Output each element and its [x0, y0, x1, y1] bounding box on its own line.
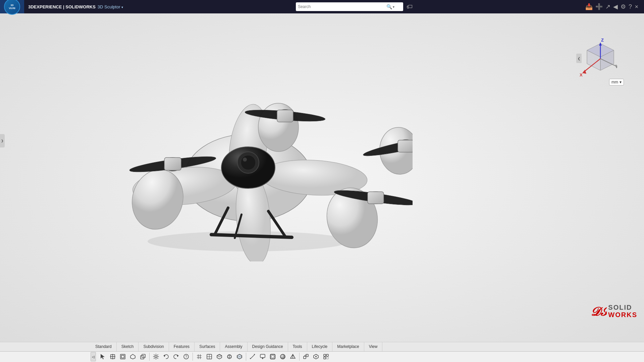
toolbar-scale-btn[interactable] [128, 352, 138, 361]
search-icon[interactable]: 🔍 [386, 4, 392, 9]
tab-standard[interactable]: Standard [91, 342, 117, 351]
tab-design-guidance[interactable]: Design Guidance [248, 342, 288, 351]
toolbar-materials-btn[interactable] [278, 352, 287, 361]
toolbar-help-btn[interactable]: ? [181, 352, 191, 361]
svg-rect-27 [277, 110, 293, 122]
tab-features[interactable]: Features [169, 342, 195, 351]
svg-rect-88 [326, 357, 328, 359]
toolbar-select-btn[interactable] [98, 352, 107, 361]
svg-rect-26 [164, 158, 181, 170]
toolbar-component-btn[interactable] [301, 352, 311, 361]
svg-point-78 [292, 355, 293, 356]
svg-point-17 [243, 158, 247, 162]
drone-model [84, 54, 413, 261]
tab-marketplace[interactable]: Marketplace [332, 342, 364, 351]
left-panel-arrow: ❯ [1, 139, 4, 142]
toolbar-copy-btn[interactable] [138, 352, 148, 361]
toolbar-move-btn[interactable] [108, 352, 117, 361]
tab-sketch[interactable]: Sketch [117, 342, 139, 351]
svg-rect-28 [398, 140, 413, 152]
broadcast-icon[interactable]: ◀ [613, 3, 618, 10]
notifications-icon[interactable]: 📥 [585, 3, 593, 10]
svg-text:𝒟𝒮: 𝒟𝒮 [590, 305, 607, 318]
search-dropdown-icon[interactable]: ▾ [393, 5, 394, 9]
svg-marker-44 [101, 354, 105, 359]
app-logo-circle: 3D V8.R8 [4, 0, 20, 15]
tab-view[interactable]: View [364, 342, 383, 351]
svg-text:Z: Z [601, 38, 604, 43]
app-logo[interactable]: 3D V8.R8 [0, 0, 24, 13]
add-icon[interactable]: ➕ [595, 3, 603, 10]
tab-surfaces[interactable]: Surfaces [195, 342, 220, 351]
toolbar-shell-btn[interactable] [268, 352, 277, 361]
toolbar-settings-btn[interactable] [151, 352, 161, 361]
svg-text:X: X [580, 72, 583, 77]
left-panel-toggle[interactable]: ❯ [0, 134, 5, 147]
toolbar-collapse-button[interactable]: ◁ [91, 352, 96, 361]
help-icon[interactable]: ? [629, 3, 632, 10]
app-name-label: 3D Sculptor [98, 4, 120, 9]
right-collapse-button[interactable]: ❮ [576, 54, 582, 63]
toolbar-view-btn[interactable] [205, 352, 214, 361]
brand-solidworks: 3DEXPERIENCE | SOLIDWORKS [28, 4, 96, 9]
settings-icon[interactable]: ⚙ [621, 3, 626, 10]
unit-value: mm [611, 80, 618, 84]
search-container: 🔍 ▾ [296, 2, 403, 11]
tab-tools[interactable]: Tools [288, 342, 307, 351]
search-tag-icon[interactable]: 🏷 [407, 3, 413, 10]
svg-rect-49 [121, 355, 124, 358]
unit-dropdown-icon: ▾ [620, 80, 622, 84]
svg-point-16 [241, 155, 256, 170]
svg-rect-51 [141, 356, 144, 359]
sep2 [193, 353, 193, 361]
svg-rect-71 [260, 354, 265, 358]
sep4 [299, 353, 300, 361]
search-area: 🔍 ▾ 🏷 [296, 2, 413, 11]
toolbar-measure-btn[interactable] [248, 352, 257, 361]
toolbar-3d-btn[interactable] [215, 352, 224, 361]
svg-marker-62 [217, 354, 222, 357]
svg-rect-48 [120, 354, 125, 359]
svg-marker-72 [262, 358, 264, 359]
svg-point-53 [155, 356, 157, 358]
right-collapse-arrow: ❮ [578, 57, 580, 60]
toolbar-section-btn[interactable] [235, 352, 244, 361]
toolbar-redo-btn[interactable] [171, 352, 181, 361]
toolbar-triad-btn[interactable] [225, 352, 234, 361]
svg-rect-87 [324, 357, 326, 359]
solidworks-logo: 𝒟𝒮 SOLID WORKS [590, 304, 637, 318]
toolbar-rotate-btn[interactable] [118, 352, 127, 361]
bottom-area: Standard Sketch Subdivision Features Sur… [0, 342, 644, 362]
toolbar-pattern-btn[interactable] [321, 352, 331, 361]
sw-logo-solid: SOLID [608, 304, 637, 311]
toolbar-reference-btn[interactable] [311, 352, 321, 361]
tab-lifecycle[interactable]: Lifecycle [307, 342, 333, 351]
share-icon[interactable]: ↗ [605, 3, 610, 10]
svg-rect-29 [368, 192, 384, 204]
drone-svg [84, 54, 413, 261]
tab-assembly[interactable]: Assembly [220, 342, 247, 351]
svg-rect-52 [142, 354, 145, 358]
tab-subdivision[interactable]: Subdivision [139, 342, 169, 351]
toolbar-annotate-btn[interactable] [258, 352, 267, 361]
svg-marker-50 [130, 354, 135, 359]
viewport[interactable]: ❯ Z X [0, 13, 644, 345]
svg-rect-86 [326, 354, 328, 356]
unit-selector[interactable]: mm ▾ [609, 79, 624, 85]
sw-logo-works: WORKS [608, 311, 637, 318]
app-name-badge[interactable]: 3D Sculptor ▾ [98, 4, 123, 9]
svg-point-75 [280, 354, 285, 359]
close-icon[interactable]: ✕ [635, 4, 639, 9]
app-logo-text: 3D V8.R8 [9, 4, 15, 10]
svg-rect-79 [304, 356, 306, 359]
toolbar-display-btn[interactable] [288, 352, 298, 361]
toolbar-undo-btn[interactable] [161, 352, 171, 361]
search-input[interactable] [298, 4, 385, 9]
toolbar-grid-btn[interactable] [195, 352, 204, 361]
sep1 [149, 353, 150, 361]
svg-rect-85 [324, 354, 326, 356]
app-name-dropdown[interactable]: ▾ [121, 5, 123, 9]
axis-widget-svg: Z X Y [577, 37, 617, 84]
topbar-right: 📥 ➕ ↗ ◀ ⚙ ? ✕ [585, 3, 639, 10]
svg-text:Y: Y [616, 64, 617, 69]
